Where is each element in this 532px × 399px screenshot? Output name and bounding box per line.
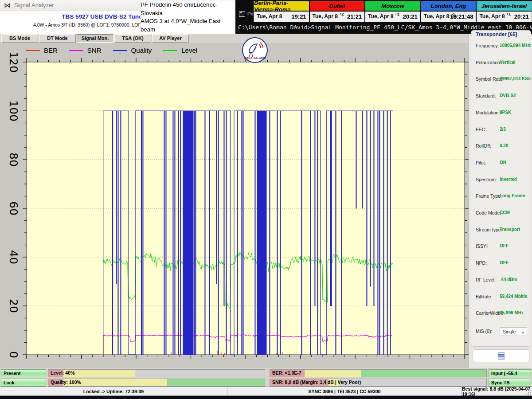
param-value-standard: DVB-S2 [500, 93, 516, 98]
resize-grip[interactable] [526, 390, 531, 395]
clock-london-eng: London, EngTue, Apr 8-1DST18:21:48 [421, 1, 477, 22]
svg-text:60: 60 [7, 201, 20, 215]
bar-label: BER: <1.0E-7 [272, 370, 301, 376]
progress-bar-ber: BER: <1.0E-7 [270, 369, 487, 377]
transponder-group: Transponder [65] Frequency:10805,894 MHz… [471, 30, 531, 347]
param-value-issyi: OFF [500, 243, 509, 248]
bar-label: Quality: 100% [51, 379, 81, 385]
clock-utc-offset: +1 [506, 12, 511, 16]
param-value-rolloff: 0.20 [500, 143, 508, 148]
clock-city-label: Jerusalem-Israel [477, 1, 532, 12]
tab-signal-mon[interactable]: Signal Mon. [77, 34, 113, 43]
tuner-panel: ⋈ Signal Analyzer TBS 5927 USB DVB-S2 Tu… [0, 0, 235, 34]
bar-label: SNR: 8,0 dB (Margin: 1,4 dB | Very Poor) [272, 379, 361, 385]
clock-city-label: Dubai [310, 1, 365, 12]
signal-chart: 020406080100120 [0, 43, 469, 368]
param-label-stream-type: Stream type: [476, 227, 502, 232]
bar-segment [135, 370, 265, 377]
param-label-frame-type: Frame Type: [476, 193, 502, 199]
clock-date: Tue, Apr 8 [257, 13, 282, 20]
clock-date: Tue, Apr 8 [424, 13, 449, 20]
legend-swatch-snr [69, 50, 83, 51]
svg-text:20: 20 [7, 299, 20, 313]
param-label-standard: Standard: [476, 93, 496, 98]
tab-av-player[interactable]: AV Player [152, 34, 189, 43]
tab-bs-mode[interactable]: BS Mode [1, 34, 38, 43]
world-clocks-panel: Berlin-Paris-Vienna-RomaTue, Apr 819:21D… [254, 1, 532, 22]
tab-strip: BS ModeDT ModeSignal Mon.TSA (OK)AV Play… [0, 34, 469, 43]
clock-time: 20:21 [514, 13, 529, 20]
header-line-2: AMOS 3 at 4,0°W_Middle East beam [141, 17, 235, 34]
clock-jerusalem-israel: Jerusalem-IsraelTue, Apr 8+120:21 [477, 1, 532, 22]
command-prompt-line[interactable]: C:\Users\Roman Dávid>Signal Monitoring_P… [238, 24, 531, 31]
param-value-carrierwidth: 35,996 MHz [500, 310, 524, 315]
window-title: Signal Analyzer [14, 2, 54, 8]
param-label-spectrum: Spectrum: [476, 177, 497, 182]
legend-swatch-level [163, 50, 177, 51]
legend-label: BER [44, 47, 58, 54]
list-icon [498, 352, 505, 360]
bar-label: Level: 40% [51, 370, 74, 376]
app-icon: ⋈ [4, 1, 11, 9]
legend-item-level: Level [163, 47, 197, 54]
svg-text:40: 40 [7, 250, 20, 264]
param-value-modulation: 8PSK [500, 110, 511, 115]
svg-text:120: 120 [7, 51, 20, 73]
param-value-polarization: Vertical [500, 60, 516, 65]
param-value-rf-level: -44 dBm [500, 277, 517, 282]
status-bar: Locked -> Uptime: 72:39:09 SYNC 3886 | T… [0, 387, 532, 396]
transponder-list-button[interactable] [473, 349, 529, 362]
legend-item-quality: Quality [113, 47, 152, 54]
tab-dt-mode[interactable]: DT Mode [39, 34, 76, 43]
param-label-polarization: Polarization: [476, 60, 501, 65]
mis-dropdown[interactable]: Single▼ [500, 327, 527, 336]
clock-date: Tue, Apr 8 [368, 13, 393, 20]
progress-bar-level: Level: 40% [48, 369, 265, 377]
param-label-frequency: Frequency: [476, 43, 499, 48]
status-badge-sync-ts: Sync TS [489, 379, 531, 387]
chevron-down-icon: ▼ [521, 329, 525, 337]
legend-swatch-quality [113, 50, 127, 51]
transponder-sidebar: Transponder [65] Frequency:10805,894 MHz… [469, 34, 532, 368]
clock-city-label: Moscow [365, 1, 420, 12]
bottom-edge-strip [0, 396, 532, 399]
signal-analyzer-app: ⋈ Signal Analyzer TBS 5927 USB DVB-S2 Tu… [0, 0, 532, 399]
param-label-code-mode: Code Mode: [476, 210, 501, 215]
svg-text:DXSATCS.COM: DXSATCS.COM [244, 56, 266, 59]
tab-tsa-ok[interactable]: TSA (OK) [114, 34, 151, 43]
progress-bar-quality: Quality: 100% [48, 379, 265, 387]
clock-time: 19:21 [291, 13, 306, 20]
clock-moscow: MoscowTue, Apr 8+120:21 [365, 1, 421, 22]
dxsatcs-logo-art: DXSATCS.COM [243, 38, 267, 62]
clock-dubai: DubaiTue, Apr 8+221:21 [310, 1, 366, 22]
status-badge-input-55-4-mbps: Input (~55,4 Mbps) [489, 369, 531, 377]
clock-berlin-paris-vienna-roma: Berlin-Paris-Vienna-RomaTue, Apr 819:21 [254, 1, 310, 22]
statusbar-uptime: Locked -> Uptime: 72:39:09 [0, 387, 227, 395]
legend-item-ber: BER [26, 47, 58, 54]
legend-label: Quality [131, 47, 152, 54]
bar-segment [361, 370, 486, 377]
progress-bar-snr: SNR: 8,0 dB (Margin: 1,4 dB | Very Poor) [270, 379, 487, 387]
transponder-group-title: Transponder [65] [476, 31, 517, 37]
param-value-frequency: 10805,894 MHz [500, 43, 531, 48]
param-value-code-mode: CCM [500, 210, 510, 215]
clock-date: Tue, Apr 8 [479, 13, 505, 20]
param-label-mis: MIS (0): [476, 329, 492, 334]
param-label-npd: NPD: [476, 260, 487, 266]
plot-area [27, 62, 465, 355]
svg-text:100: 100 [7, 100, 20, 121]
legend-label: Level [181, 47, 197, 54]
param-value-bitrate: 59,424 Mbit/s [500, 294, 527, 299]
svg-text:0: 0 [7, 351, 20, 358]
param-label-issyi: ISSYI [476, 243, 488, 249]
clock-time: 20:21 [403, 13, 418, 20]
param-label-carrierwidth: CarrierWidth: [476, 310, 503, 316]
signal-chart-widget: 020406080100120 BERSNRQualityLevel DXSAT… [0, 43, 469, 368]
param-label-rf-level: RF Level: [476, 277, 496, 282]
param-value-pilot: ON [500, 160, 506, 165]
command-prompt-icon [239, 11, 245, 17]
param-value-stream-type: Transport [500, 227, 520, 232]
clock-utc-offset: +1 [395, 12, 399, 16]
param-label-fec: FEC: [476, 127, 486, 132]
param-label-bitrate: BitRate: [476, 294, 492, 299]
